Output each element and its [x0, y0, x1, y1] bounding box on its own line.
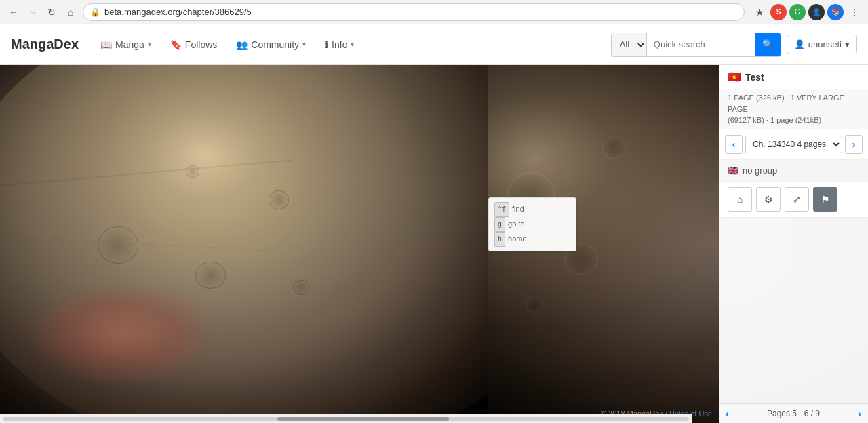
- shortcut-home: h home: [494, 232, 570, 247]
- navbar: MangaDex 📖 Manga ▾ 🔖 Follows 👥 Community…: [0, 24, 868, 65]
- community-label: Community: [251, 39, 299, 50]
- group-info: 🇬🇧 no group: [719, 160, 868, 182]
- search-input[interactable]: [647, 33, 755, 56]
- home-action-button[interactable]: ⌂: [728, 187, 752, 212]
- group-name: no group: [743, 165, 777, 176]
- user-menu[interactable]: 👤 ununseti ▾: [787, 35, 857, 54]
- shortcut-find: ^f find: [494, 202, 570, 217]
- flag-action-button[interactable]: ⚑: [813, 187, 837, 212]
- user-icon: 👤: [794, 39, 805, 49]
- vn-flag: 🇻🇳: [728, 70, 741, 83]
- scrollbar-thumb[interactable]: [277, 417, 449, 421]
- manga-dropdown-arrow: ▾: [148, 41, 151, 48]
- follows-menu[interactable]: 🔖 Follows: [162, 34, 225, 56]
- manga-image-left: [0, 65, 488, 423]
- main-content: 🇻🇳 Test 1 PAGE (326 kB) · 1 VERY LARGE P…: [0, 65, 868, 423]
- language-flag: 🇬🇧: [728, 165, 738, 176]
- home-button[interactable]: ⌂: [62, 4, 79, 20]
- browser-extensions: ★ S G 👤 📚 ⋮: [751, 4, 863, 20]
- manga-menu[interactable]: 📖 Manga ▾: [92, 34, 159, 56]
- brand-logo[interactable]: MangaDex: [11, 37, 79, 52]
- search-button[interactable]: 🔍: [755, 33, 781, 56]
- prev-chapter-button[interactable]: ‹: [725, 135, 743, 154]
- community-dropdown-arrow: ▾: [302, 41, 306, 48]
- bottom-nav: ‹ Pages 5 - 6 / 9 ›: [719, 403, 868, 423]
- chapter-nav: ‹ Ch. 134340 4 pages ›: [719, 129, 868, 160]
- address-bar[interactable]: 🔒 beta.mangadex.org/chapter/386629/5: [83, 3, 745, 21]
- search-icon: 🔍: [762, 39, 774, 49]
- bottom-next-button[interactable]: ›: [858, 408, 861, 419]
- bookmark-star[interactable]: ★: [751, 4, 768, 20]
- browser-chrome: ← → ↻ ⌂ 🔒 beta.mangadex.org/chapter/3866…: [0, 0, 868, 24]
- shortcut-goto: g go to: [494, 217, 570, 232]
- community-icon: 👥: [236, 39, 248, 50]
- manga-title: Test: [745, 72, 764, 83]
- navbar-items: 📖 Manga ▾ 🔖 Follows 👥 Community ▾ ℹ Info…: [92, 34, 611, 56]
- action-bar: ⌂ ⚙ ⤢ ⚑: [719, 182, 868, 218]
- horizontal-scrollbar[interactable]: [0, 414, 692, 423]
- user-label: ununseti: [808, 39, 842, 49]
- follows-icon: 🔖: [170, 39, 182, 50]
- back-button[interactable]: ←: [5, 4, 22, 20]
- page-status: Pages 5 - 6 / 9: [767, 409, 820, 418]
- url-text: beta.mangadex.org/chapter/386629/5: [104, 7, 252, 17]
- home-icon: ⌂: [737, 194, 743, 205]
- manga-title-bar: 🇻🇳 Test: [719, 65, 868, 89]
- fullscreen-action-button[interactable]: ⤢: [785, 187, 809, 212]
- info-label: Info: [332, 39, 347, 50]
- menu-button[interactable]: ⋮: [846, 4, 863, 20]
- user-dropdown-arrow: ▾: [845, 39, 850, 49]
- settings-icon: ⚙: [764, 194, 773, 205]
- next-chapter-button[interactable]: ›: [845, 135, 863, 154]
- search-type-select[interactable]: All: [612, 33, 647, 56]
- chapter-selector[interactable]: Ch. 134340 4 pages: [745, 136, 842, 153]
- navbar-right: All 🔍 👤 ununseti ▾: [611, 33, 857, 57]
- keyboard-shortcuts-popup: ^f find g go to h home: [488, 197, 576, 251]
- bottom-prev-button[interactable]: ‹: [726, 408, 729, 419]
- ext-icon-1[interactable]: S: [770, 4, 787, 20]
- ext-icon-2[interactable]: G: [789, 4, 806, 20]
- manga-icon: 📖: [100, 39, 112, 50]
- reload-button[interactable]: ↻: [43, 4, 60, 20]
- settings-action-button[interactable]: ⚙: [756, 187, 781, 212]
- lock-icon: 🔒: [90, 7, 100, 17]
- info-dropdown-arrow: ▾: [351, 41, 354, 48]
- scrollbar-track: [3, 417, 689, 421]
- ext-icon-3[interactable]: 👤: [808, 4, 825, 20]
- manga-panel-left[interactable]: [0, 65, 488, 423]
- manga-label: Manga: [115, 39, 144, 50]
- page-info-line1: 1 PAGE (326 kB) · 1 VERY LARGE PAGE: [728, 92, 860, 115]
- info-menu[interactable]: ℹ Info ▾: [317, 34, 362, 56]
- fullscreen-icon: ⤢: [793, 194, 801, 205]
- info-icon: ℹ: [325, 39, 328, 50]
- right-sidebar: 🇻🇳 Test 1 PAGE (326 kB) · 1 VERY LARGE P…: [719, 65, 868, 423]
- flag-icon: ⚑: [821, 194, 830, 205]
- search-container: All 🔍: [611, 33, 781, 57]
- ext-icon-4[interactable]: 📚: [827, 4, 844, 20]
- page-info-bar: 1 PAGE (326 kB) · 1 VERY LARGE PAGE (691…: [719, 89, 868, 129]
- follows-label: Follows: [185, 39, 217, 50]
- community-menu[interactable]: 👥 Community ▾: [228, 34, 314, 56]
- forward-button[interactable]: →: [24, 4, 41, 20]
- browser-controls: ← → ↻ ⌂: [5, 4, 79, 20]
- manga-panel-right[interactable]: 🇻🇳 Test 1 PAGE (326 kB) · 1 VERY LARGE P…: [488, 65, 868, 423]
- page-info-line2: (69127 kB) · 1 page (241kB): [728, 115, 860, 126]
